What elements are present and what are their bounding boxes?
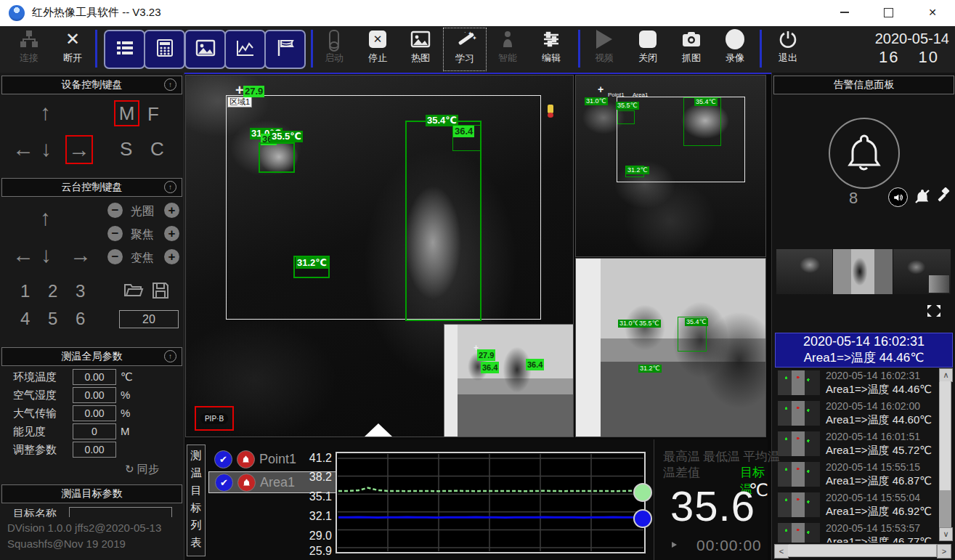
stop-button[interactable]: ✕ 停止 <box>357 28 399 70</box>
record-button[interactable]: 录像 <box>714 28 756 70</box>
device-right-arrow-button[interactable]: → <box>68 139 90 161</box>
preset-key-1[interactable]: 1 <box>20 281 30 301</box>
alarm-list-item[interactable]: 2020-05-14 15:53:57 Area1=>温度 46.77℃ <box>773 521 939 543</box>
preset-save-button[interactable] <box>151 281 170 303</box>
preview-thermal-thumb[interactable] <box>776 249 833 294</box>
stat-max-tab[interactable]: 最高温 <box>663 448 700 465</box>
preset-key-4[interactable]: 4 <box>20 309 30 329</box>
param-input[interactable]: 0.00 <box>73 405 116 421</box>
alarm-settings-button[interactable] <box>936 187 952 206</box>
calculator-button[interactable] <box>144 30 185 69</box>
ptz-panel-header[interactable]: 云台控制键盘 ↑ <box>1 178 182 197</box>
aperture-minus-button[interactable]: − <box>107 203 123 218</box>
visible-camera-view[interactable]: 31.0℃ 35.5℃ 35.4℃ 31.2℃ <box>575 258 766 437</box>
scroll-right-button[interactable]: > <box>937 544 951 559</box>
temperature-trend-chart[interactable] <box>336 452 646 553</box>
alarm-list-item[interactable]: 2020-05-14 15:55:04 Area1=>温度 46.92℃ <box>773 490 939 519</box>
video-button[interactable]: 视频 <box>583 28 625 70</box>
close-button[interactable]: ✕ <box>916 0 949 25</box>
zoom-plus-button[interactable]: + <box>164 249 179 264</box>
alarm-preview-strip[interactable] <box>776 249 951 294</box>
zoom-minus-button[interactable]: − <box>107 249 123 264</box>
point1-alarm-toggle[interactable] <box>237 450 255 468</box>
target-name-input[interactable] <box>69 507 172 517</box>
close-video-button[interactable]: 关闭 <box>627 28 669 70</box>
collapse-up-icon[interactable]: ↑ <box>164 181 176 193</box>
ptz-right-arrow-button[interactable]: → <box>70 244 92 266</box>
scroll-up-button[interactable]: ∧ <box>939 368 953 382</box>
param-input[interactable]: 0.00 <box>73 369 116 385</box>
preview-pip-thumb[interactable] <box>893 249 951 294</box>
measure-box-35-5[interactable] <box>259 142 295 173</box>
alarm-list-hscrollbar[interactable]: < > <box>774 544 951 557</box>
point1-enabled-checkbox[interactable]: ✔ <box>214 450 232 468</box>
focus-plus-button[interactable]: + <box>164 226 179 241</box>
secondary-thermal-view[interactable]: + Point1 Area1 31.0℃ 35.5℃ 35.4℃ 31.2℃ <box>575 75 766 257</box>
ptz-left-arrow-button[interactable]: ← <box>12 244 34 266</box>
flag-alarm-button[interactable] <box>264 30 306 69</box>
low-threshold-handle[interactable] <box>633 509 652 528</box>
global-params-header[interactable]: 测温全局参数 ↑ <box>1 347 182 366</box>
minimize-button[interactable] <box>828 0 861 25</box>
mute-bell-button[interactable] <box>914 187 931 208</box>
measure-target-list-tab[interactable]: 测温目标列表 <box>187 445 206 556</box>
preset-key-2[interactable]: 2 <box>48 281 57 301</box>
exit-button[interactable]: 退出 <box>767 28 809 70</box>
fullscreen-expand-button[interactable] <box>926 304 942 321</box>
alarm-list-item[interactable]: 2020-05-14 16:02:00 Area1=>温度 44.60℃ <box>773 399 939 428</box>
device-key-f[interactable]: F <box>147 103 159 126</box>
alarm-list-item[interactable]: 2020-05-14 15:55:15 Area1=>温度 46.87℃ <box>773 460 939 489</box>
ptz-down-arrow-button[interactable]: ↓ <box>41 244 52 266</box>
connect-button[interactable]: 连接 <box>8 28 50 70</box>
device-down-arrow-button[interactable]: ↓ <box>41 138 52 160</box>
stat-min-tab[interactable]: 最低温 <box>703 448 740 465</box>
pip-visible-inset[interactable]: + 27.9 36.4 36.4 <box>444 324 574 437</box>
preset-load-button[interactable] <box>123 281 144 301</box>
image-view-button[interactable] <box>184 30 226 69</box>
pip-mode-highlight[interactable]: PIP·B <box>195 406 234 431</box>
preview-visible-thumb[interactable] <box>833 249 893 294</box>
device-right-arrow-highlight[interactable]: → <box>65 135 93 164</box>
scroll-down-button[interactable]: ∨ <box>939 527 953 541</box>
splitter-up-triangle[interactable] <box>365 423 392 437</box>
alarm-list-item[interactable]: 2020-05-14 16:02:31 Area1=>温度 44.46℃ <box>773 368 939 397</box>
smart-button[interactable]: 智能 <box>487 28 529 70</box>
stat-diff-tab[interactable]: 温差值 <box>663 464 700 481</box>
curve-chart-button[interactable] <box>224 30 266 69</box>
target-params-header[interactable]: 测温目标参数 <box>1 484 182 503</box>
hscroll-thumb[interactable] <box>788 545 936 556</box>
snapshot-button[interactable]: 抓图 <box>670 28 712 70</box>
preset-number-input[interactable]: 20 <box>119 310 179 328</box>
edit-button[interactable]: 编辑 <box>530 28 572 70</box>
vscroll-thumb[interactable] <box>940 381 951 490</box>
ptz-up-arrow-button[interactable]: ↑ <box>40 207 51 229</box>
learn-button[interactable]: ✦✦· 学习 <box>443 28 487 71</box>
collapse-up-icon[interactable]: ↑ <box>164 78 176 91</box>
stat-avg-tab[interactable]: 平均温 <box>743 448 783 465</box>
focus-minus-button[interactable]: − <box>107 226 123 241</box>
main-thermal-view[interactable]: 区域1 + 27.9 31.0℃ 36. 35.5℃ 35.4℃ 36.4 31… <box>185 75 574 437</box>
sound-on-button[interactable] <box>888 187 908 207</box>
maximize-button[interactable] <box>871 0 905 25</box>
alarm-list-vscrollbar[interactable]: ∧ ∨ <box>939 368 951 541</box>
device-list-button[interactable] <box>104 30 145 69</box>
collapse-up-icon[interactable]: ↑ <box>164 350 176 362</box>
area1-alarm-toggle[interactable] <box>237 474 256 492</box>
preset-key-5[interactable]: 5 <box>48 309 57 329</box>
alarm-list-item[interactable]: 2020-05-14 16:01:51 Area1=>温度 45.72℃ <box>773 429 939 458</box>
high-threshold-handle[interactable] <box>633 483 652 502</box>
device-key-m-highlight[interactable]: M <box>114 100 139 126</box>
device-key-c[interactable]: C <box>150 138 164 161</box>
device-key-m[interactable]: M <box>119 102 135 125</box>
sync-button[interactable]: ↻ 同步 <box>125 463 159 476</box>
disconnect-button[interactable]: ✕ 断开 <box>52 28 94 70</box>
area1-enabled-checkbox[interactable]: ✔ <box>215 474 233 492</box>
start-button[interactable]: 启动 <box>313 28 355 70</box>
device-key-s[interactable]: S <box>120 138 132 161</box>
device-left-arrow-button[interactable]: ← <box>12 138 34 160</box>
preset-key-6[interactable]: 6 <box>76 309 85 329</box>
alarm-bell-button[interactable] <box>829 118 900 189</box>
heatmap-button[interactable]: 热图 <box>399 28 442 70</box>
param-input[interactable]: 0.00 <box>73 387 116 403</box>
param-input[interactable]: 0 <box>73 423 116 439</box>
